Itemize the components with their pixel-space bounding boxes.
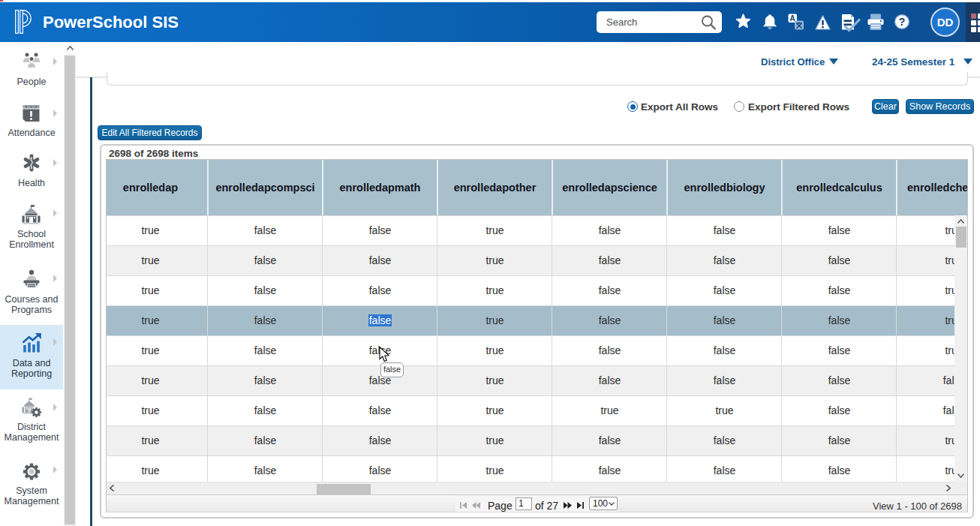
svg-text:?: ? (899, 16, 906, 28)
svg-text:A: A (790, 14, 795, 23)
